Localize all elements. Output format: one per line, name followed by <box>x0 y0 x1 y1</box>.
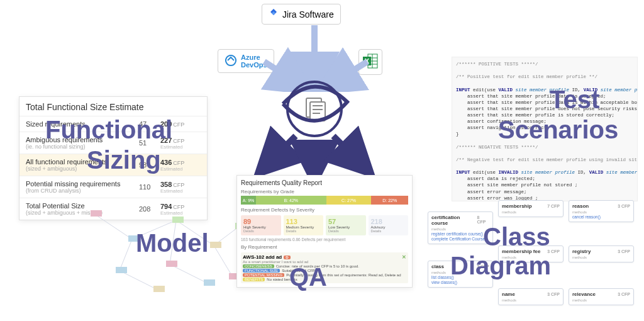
qa-req-line: POTENTIAL MISSINGPotentially missing fro… <box>243 273 406 277</box>
qa-summary: 163 functional requirements 0.86 Defects… <box>241 237 408 242</box>
jira-source: Jira Software <box>262 4 341 25</box>
class-method-link[interactable]: list classes() <box>431 275 489 279</box>
qa-req-note: As a smart practitioner I want to add ad <box>243 260 406 264</box>
ts-obj2: site member profile <box>601 87 638 93</box>
qa-grade-segment: B: 42% <box>256 196 326 205</box>
qa-severity-card[interactable]: 89High SeverityDetails <box>241 215 281 235</box>
class-tile-name: reason <box>572 203 589 209</box>
class-methods-label: methods <box>431 271 489 274</box>
class-methods-label: methods <box>572 210 630 214</box>
class-methods-label: methods <box>431 227 489 231</box>
class-tile-cfp: 3 CFP <box>547 292 560 296</box>
test-scenarios-code: /****** POSITIVE TESTS *****/ /** Positi… <box>452 57 638 201</box>
qa-by-req-label: By Requirement <box>241 244 408 250</box>
class-tile[interactable]: relevance3 CFPmethods <box>569 288 634 305</box>
ts-fn: edit(use <box>473 87 496 93</box>
ts-neg-header: /****** NEGATIVE TESTS *****/ <box>456 145 538 150</box>
class-tile[interactable]: class3 CFPmethodslist classes()view clas… <box>428 261 493 288</box>
qa-requirement-card: AWS-102 add ad D ✕ As a smart practition… <box>241 252 408 283</box>
class-methods-label: methods <box>572 298 630 302</box>
fs-row-value: 209CFP <box>160 120 201 128</box>
class-method-link[interactable]: cancel reason() <box>572 215 630 219</box>
qa-req-line: BENEFITSNo stated benefits <box>243 278 406 281</box>
hub-output-arrows <box>252 126 377 176</box>
svg-line-16 <box>170 220 176 264</box>
qa-grade-segment: A: 9% <box>241 196 256 205</box>
fs-row-count: 110 <box>139 183 160 191</box>
ts-fn2: edit(use <box>473 170 496 175</box>
qa-grade-bar: A: 9%B: 42%C: 27%D: 22% <box>241 196 408 205</box>
qa-severity-card[interactable]: 218AdvisoryDetails <box>369 215 409 235</box>
close-icon[interactable]: ✕ <box>402 254 406 260</box>
class-tile[interactable]: membership fee3 CFPmethods <box>498 245 564 262</box>
svg-rect-28 <box>204 279 215 286</box>
class-tile-name: registry <box>572 249 591 254</box>
class-tile-cfp: 3 CFP <box>618 204 630 208</box>
class-tile-cfp: 3 CFP <box>477 264 489 269</box>
fs-row: Sized requirements 47 209CFP <box>19 116 207 132</box>
svg-rect-22 <box>128 235 140 242</box>
fs-row: Potential missing requirements(from CRUD… <box>19 176 207 198</box>
svg-line-18 <box>170 264 208 283</box>
qa-severity-card[interactable]: 57Low SeverityDetails <box>326 215 366 235</box>
svg-line-19 <box>119 271 157 290</box>
svg-rect-25 <box>116 267 127 273</box>
class-method-link[interactable]: complete Certification Course() <box>431 237 489 241</box>
class-tile[interactable]: registry3 CFPmethods <box>569 245 634 262</box>
ts-obj: site member profile <box>516 87 570 93</box>
ts-obj4: site member profile <box>606 170 638 175</box>
svg-rect-21 <box>91 210 102 217</box>
class-method-link[interactable]: register certification course() <box>431 232 489 236</box>
class-tile-cfp: 3 CFP <box>618 292 630 296</box>
class-tile-name: membership fee <box>502 249 540 254</box>
class-tile[interactable]: certification course8 CFPmethodsregister… <box>428 211 493 244</box>
svg-line-15 <box>119 239 132 271</box>
qa-req-id: AWS-102 add ad <box>243 254 282 260</box>
jira-label: Jira Software <box>282 9 334 20</box>
ts-input-kw: INPUT <box>456 87 470 93</box>
class-tile-cfp: 3 CFP <box>547 249 560 254</box>
ts-valid: VALID <box>499 87 513 93</box>
class-methods-label: methods <box>502 256 560 259</box>
class-methods-label: methods <box>502 210 560 214</box>
qa-by-grade-label: Requirements by Grade <box>241 189 408 194</box>
class-methods-label: methods <box>572 256 630 259</box>
ts-input-kw2: INPUT <box>456 170 470 175</box>
ts-neg-comment: /** Negative test for edit site member p… <box>456 157 638 162</box>
qa-severity-card[interactable]: 113Medium SeverityDetails <box>284 215 324 235</box>
qa-severity-row: 89High SeverityDetails113Medium Severity… <box>241 215 408 235</box>
qa-report-panel: Requirements Quality Report Requirements… <box>236 175 413 288</box>
fs-row-count: 98 <box>139 161 160 169</box>
fs-title: Total Functional Size Estimate <box>19 97 207 116</box>
fs-row-name: Sized requirements <box>26 120 139 128</box>
fs-row-name: Ambiguous requirements(ie. no functional… <box>26 136 139 150</box>
ts-valid3: VALID <box>589 170 604 175</box>
class-tile-cfp: 8 CFP <box>477 215 490 224</box>
class-tile[interactable]: name3 CFPmethods <box>498 288 564 305</box>
fs-row-value: 358CFPEstimated <box>160 181 201 194</box>
svg-line-20 <box>214 245 233 277</box>
class-tile-cfp: 7 CFP <box>547 204 560 208</box>
class-tile-name: class <box>431 264 444 269</box>
class-tile[interactable]: membership7 CFPmethods <box>498 200 564 217</box>
class-tile-name: membership <box>502 203 532 209</box>
ts-pos-header: /****** POSITIVE TESTS *****/ <box>456 62 538 67</box>
class-tile-name: name <box>502 291 515 297</box>
qa-grade-segment: C: 27% <box>326 196 372 205</box>
qa-req-line: FUNCTIONAL SIZESuitable size 4 CFP <box>243 269 406 273</box>
fs-row-count: 47 <box>139 120 160 128</box>
class-tile-name: relevance <box>572 291 596 297</box>
svg-line-12 <box>94 214 132 239</box>
class-method-link[interactable]: view classes() <box>431 280 489 284</box>
svg-rect-29 <box>153 286 165 292</box>
svg-rect-26 <box>166 261 177 267</box>
fs-row-count: 51 <box>139 139 160 147</box>
class-tile[interactable]: reason3 CFPmethodscancel reason() <box>569 200 634 222</box>
fs-row: Ambiguous requirements(ie. no functional… <box>19 132 207 154</box>
svg-line-14 <box>176 220 214 245</box>
fs-row-value: 227CFPEstimated <box>160 137 201 150</box>
fs-row-value: 436CFPEstimated <box>160 159 201 172</box>
ts-invalid: INVALID <box>499 170 519 175</box>
qa-defects-label: Requirement Defects by Severity <box>241 207 408 213</box>
ts-valid2: VALID <box>584 87 598 93</box>
